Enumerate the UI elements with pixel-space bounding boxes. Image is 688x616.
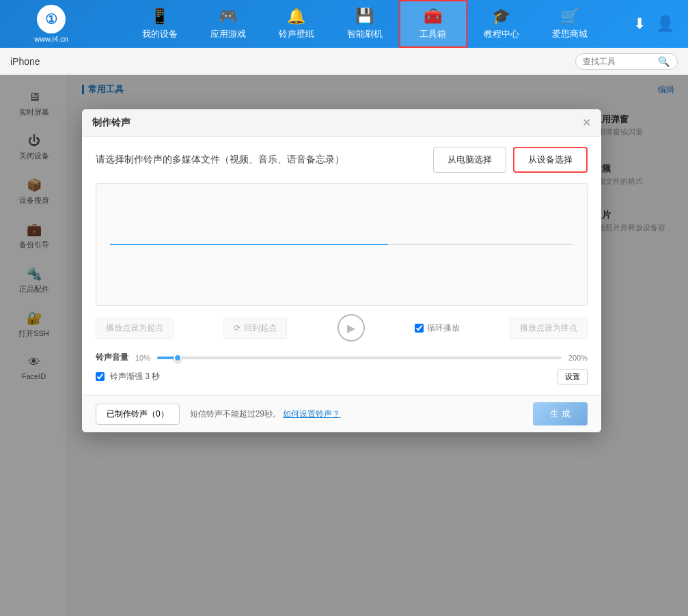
dialog-sms-link[interactable]: 如何设置铃声？ <box>283 409 340 419</box>
loop-checkbox[interactable] <box>415 324 424 333</box>
back-start-icon: ⟳ <box>234 323 240 333</box>
nav-toolbox[interactable]: 🧰 工具箱 <box>399 0 467 48</box>
nav-smart-flash[interactable]: 💾 智能刷机 <box>331 0 399 48</box>
ctrl-set-end-btn[interactable]: 播放点设为终点 <box>510 318 588 339</box>
device-bar: iPhone 🔍 <box>0 48 688 75</box>
search-input[interactable] <box>583 57 658 66</box>
nav-appgames-label: 应用游戏 <box>210 28 246 40</box>
make-ringtone-dialog: 制作铃声 ✕ 请选择制作铃声的多媒体文件（视频、音乐、语音备忘录） 从电脑选择 … <box>82 109 601 432</box>
play-icon: ▶ <box>347 322 355 335</box>
dialog-made-btn[interactable]: 已制作铃声（0） <box>96 404 180 425</box>
volume-max: 200% <box>568 354 588 362</box>
nav-shop[interactable]: 🛒 爱思商城 <box>536 0 604 48</box>
nav-tutorials-icon: 🎓 <box>492 8 510 25</box>
volume-slider[interactable] <box>157 356 562 359</box>
waveform-progress <box>110 244 573 245</box>
loop-fade-row: 铃声渐强 3 秒 设置 <box>96 369 588 384</box>
play-button[interactable]: ▶ <box>338 314 365 341</box>
nav-shop-icon: 🛒 <box>560 8 579 25</box>
dialog-btn-group: 从电脑选择 从设备选择 <box>433 147 588 173</box>
volume-label: 铃声音量 <box>96 352 128 363</box>
nav-items: 📱 我的设备 🎮 应用游戏 🔔 铃声壁纸 💾 智能刷机 🧰 工具箱 🎓 教程中心… <box>96 0 633 48</box>
account-icon[interactable]: 👤 <box>656 15 674 33</box>
volume-min: 10% <box>135 354 150 362</box>
nav-device-icon: 📱 <box>150 8 169 25</box>
ctrl-back-start-btn[interactable]: ⟳ 回到起点 <box>223 318 287 339</box>
logo-area: ① www.i4.cn <box>7 5 96 43</box>
nav-ringtones-icon: 🔔 <box>287 8 305 25</box>
nav-tutorials[interactable]: 🎓 教程中心 <box>467 0 536 48</box>
waveform-area <box>96 183 588 306</box>
controls-row: 播放点设为起点 ⟳ 回到起点 ▶ 循环播放 播放点设为终点 <box>96 314 588 341</box>
dialog-header: 制作铃声 ✕ <box>82 109 601 137</box>
btn-from-device[interactable]: 从设备选择 <box>513 147 588 173</box>
dialog-close-button[interactable]: ✕ <box>582 116 591 129</box>
volume-thumb <box>174 354 182 362</box>
nav-appgames-icon: 🎮 <box>219 8 237 25</box>
nav-toolbox-icon: 🧰 <box>424 8 442 25</box>
loop-label: 循环播放 <box>427 322 460 334</box>
loop-fade-checkbox[interactable] <box>96 372 105 381</box>
download-icon[interactable]: ⬇ <box>633 15 646 33</box>
dialog-bottom: 已制作铃声（0） 短信铃声不能超过29秒。 如何设置铃声？ 生 成 <box>82 395 601 432</box>
dialog-prompt-row: 请选择制作铃声的多媒体文件（视频、音乐、语音备忘录） 从电脑选择 从设备选择 <box>96 147 588 173</box>
nav-ringtones-label: 铃声壁纸 <box>279 28 314 40</box>
nav-device-label: 我的设备 <box>142 28 178 40</box>
logo-icon: ① <box>37 5 66 33</box>
dialog-prompt-text: 请选择制作铃声的多媒体文件（视频、音乐、语音备忘录） <box>96 154 344 166</box>
main-area: 🖥 实时屏幕 ⏻ 关闭设备 📦 设备瘦身 💼 备份引导 🔩 正品配件 🔐 打开S… <box>0 75 688 616</box>
nav-app-games[interactable]: 🎮 应用游戏 <box>194 0 262 48</box>
ctrl-set-start-btn[interactable]: 播放点设为起点 <box>96 318 174 339</box>
search-box[interactable]: 🔍 <box>575 53 678 70</box>
nav-shop-label: 爱思商城 <box>552 28 588 40</box>
search-icon: 🔍 <box>658 56 670 67</box>
nav-my-device[interactable]: 📱 我的设备 <box>126 0 194 48</box>
set-button[interactable]: 设置 <box>558 369 588 384</box>
dialog-title: 制作铃声 <box>92 117 130 129</box>
nav-toolbox-label: 工具箱 <box>419 28 446 40</box>
nav-tutorials-label: 教程中心 <box>484 28 519 40</box>
logo-text: www.i4.cn <box>34 35 68 43</box>
nav-right-actions: ⬇ 👤 <box>633 15 674 33</box>
btn-from-pc[interactable]: 从电脑选择 <box>433 147 506 173</box>
dialog-overlay: 制作铃声 ✕ 请选择制作铃声的多媒体文件（视频、音乐、语音备忘录） 从电脑选择 … <box>0 75 688 616</box>
top-bar: ① www.i4.cn 📱 我的设备 🎮 应用游戏 🔔 铃声壁纸 💾 智能刷机 … <box>0 0 688 48</box>
nav-smartflash-icon: 💾 <box>355 8 374 25</box>
dialog-generate-btn[interactable]: 生 成 <box>533 402 588 425</box>
dialog-sms-notice: 短信铃声不能超过29秒。 如何设置铃声？ <box>190 408 341 420</box>
dialog-body: 请选择制作铃声的多媒体文件（视频、音乐、语音备忘录） 从电脑选择 从设备选择 播… <box>82 137 601 395</box>
loop-check-label[interactable]: 循环播放 <box>415 322 460 334</box>
loop-fade-label: 铃声渐强 3 秒 <box>110 371 160 382</box>
device-name: iPhone <box>10 56 40 67</box>
volume-row: 铃声音量 10% 200% <box>96 352 588 363</box>
nav-ringtones[interactable]: 🔔 铃声壁纸 <box>262 0 331 48</box>
nav-smartflash-label: 智能刷机 <box>347 28 383 40</box>
